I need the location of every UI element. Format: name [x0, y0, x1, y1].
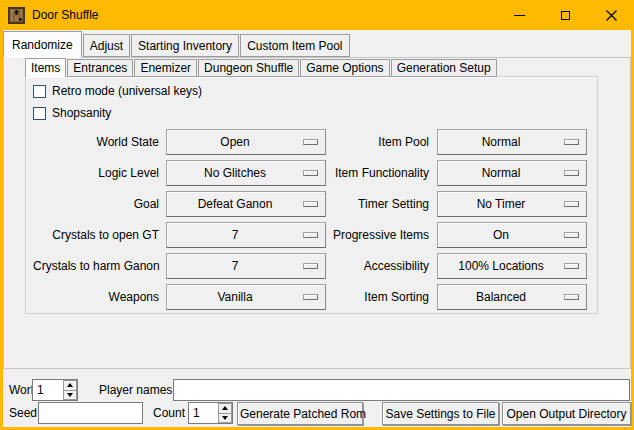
option-row-item-pool: Item Pool Normal	[303, 129, 587, 155]
spin-down-icon[interactable]	[63, 391, 77, 401]
goal-label: Goal	[33, 197, 159, 211]
weapons-dropdown[interactable]: Vanilla	[166, 284, 326, 310]
logic-level-dropdown[interactable]: No Glitches	[166, 160, 326, 186]
tab-starting-inventory[interactable]: Starting Inventory	[131, 34, 239, 57]
retro-mode-checkbox[interactable]	[33, 85, 46, 98]
retro-mode-label: Retro mode (universal keys)	[52, 84, 202, 98]
option-row-logic-level: Logic Level No Glitches	[33, 160, 326, 186]
goal-dropdown[interactable]: Defeat Ganon	[166, 191, 326, 217]
option-row-timer-setting: Timer Setting No Timer	[303, 191, 587, 217]
accessibility-dropdown[interactable]: 100% Locations	[437, 253, 587, 279]
worlds-input[interactable]	[33, 380, 63, 400]
weapons-value: Vanilla	[167, 290, 303, 304]
item-pool-value: Normal	[438, 135, 564, 149]
progressive-items-dropdown[interactable]: On	[437, 222, 587, 248]
tab-custom-item-pool[interactable]: Custom Item Pool	[240, 34, 349, 57]
tab-dungeon-shuffle[interactable]: Dungeon Shuffle	[198, 59, 299, 77]
caption-buttons	[496, 0, 634, 30]
player-names-label: Player names	[99, 379, 172, 401]
client-area: Randomize Adjust Starting Inventory Cust…	[3, 30, 631, 427]
item-sorting-value: Balanced	[438, 290, 564, 304]
progressive-items-label: Progressive Items	[303, 228, 429, 242]
tab-generation-setup[interactable]: Generation Setup	[391, 59, 497, 77]
timer-setting-dropdown[interactable]: No Timer	[437, 191, 587, 217]
option-row-item-functionality: Item Functionality Normal	[303, 160, 587, 186]
tab-items[interactable]: Items	[25, 58, 66, 78]
titlebar: Door Shuffle	[0, 0, 634, 30]
item-functionality-label: Item Functionality	[303, 166, 429, 180]
option-row-goal: Goal Defeat Ganon	[33, 191, 326, 217]
tab-game-options[interactable]: Game Options	[300, 59, 389, 77]
tab-label: Adjust	[90, 39, 123, 53]
world-state-value: Open	[167, 135, 303, 149]
tab-label: Custom Item Pool	[247, 39, 342, 53]
goal-value: Defeat Ganon	[167, 197, 303, 211]
close-button[interactable]	[588, 0, 634, 30]
open-output-directory-button[interactable]: Open Output Directory	[502, 402, 631, 425]
progressive-items-value: On	[438, 228, 564, 242]
maximize-icon	[561, 11, 570, 20]
tab-label: Generation Setup	[397, 61, 491, 75]
tab-label: Items	[31, 61, 60, 75]
player-names-input[interactable]	[173, 379, 630, 401]
save-settings-button[interactable]: Save Settings to File	[382, 402, 499, 425]
tab-enemizer[interactable]: Enemizer	[134, 59, 197, 77]
count-label: Count	[145, 402, 185, 424]
crystals-ganon-dropdown[interactable]: 7	[166, 253, 326, 279]
worlds-spinner	[32, 379, 78, 401]
world-state-label: World State	[33, 135, 159, 149]
count-spinner	[188, 402, 233, 424]
tab-adjust[interactable]: Adjust	[83, 34, 130, 57]
dropdown-indicator-icon	[564, 170, 579, 176]
seed-input[interactable]	[38, 402, 143, 424]
crystals-ganon-label: Crystals to harm Ganon	[33, 259, 159, 273]
item-sorting-dropdown[interactable]: Balanced	[437, 284, 587, 310]
count-input[interactable]	[189, 403, 218, 423]
sub-tab-strip: Items Entrances Enemizer Dungeon Shuffle…	[25, 58, 498, 77]
maximize-button[interactable]	[542, 0, 588, 30]
logic-level-label: Logic Level	[33, 166, 159, 180]
world-state-dropdown[interactable]: Open	[166, 129, 326, 155]
option-row-weapons: Weapons Vanilla	[33, 284, 326, 310]
logic-level-value: No Glitches	[167, 166, 303, 180]
dropdown-indicator-icon	[564, 232, 579, 238]
tab-randomize[interactable]: Randomize	[3, 31, 82, 58]
weapons-label: Weapons	[33, 290, 159, 304]
door-icon	[8, 7, 25, 24]
crystals-gt-label: Crystals to open GT	[33, 228, 159, 242]
spin-up-icon[interactable]	[218, 403, 232, 414]
crystals-gt-dropdown[interactable]: 7	[166, 222, 326, 248]
option-row-crystals-ganon: Crystals to harm Ganon 7	[33, 253, 326, 279]
minimize-icon	[514, 15, 525, 16]
dropdown-indicator-icon	[564, 201, 579, 207]
app-window: Door Shuffle Randomize Adjust Starting I…	[0, 0, 634, 430]
dropdown-indicator-icon	[564, 294, 579, 300]
randomize-pane: Retro mode (universal keys) Shopsanity W…	[3, 57, 631, 369]
accessibility-label: Accessibility	[303, 259, 429, 273]
tab-label: Randomize	[12, 38, 73, 52]
crystals-ganon-value: 7	[167, 259, 303, 273]
option-row-progressive-items: Progressive Items On	[303, 222, 587, 248]
shopsanity-label: Shopsanity	[52, 106, 111, 120]
tab-label: Enemizer	[140, 61, 191, 75]
tab-label: Starting Inventory	[138, 39, 232, 53]
item-functionality-dropdown[interactable]: Normal	[437, 160, 587, 186]
count-spin-buttons	[218, 403, 232, 423]
main-tab-strip: Randomize Adjust Starting Inventory Cust…	[3, 31, 351, 57]
window-title: Door Shuffle	[32, 8, 99, 22]
spin-down-icon[interactable]	[218, 414, 232, 424]
spin-up-icon[interactable]	[63, 380, 77, 391]
tab-label: Game Options	[306, 61, 383, 75]
tab-entrances[interactable]: Entrances	[67, 59, 133, 77]
close-icon	[606, 10, 617, 21]
timer-setting-label: Timer Setting	[303, 197, 429, 211]
shopsanity-row: Shopsanity	[33, 106, 111, 120]
minimize-button[interactable]	[496, 0, 542, 30]
option-row-world-state: World State Open	[33, 129, 326, 155]
tab-label: Dungeon Shuffle	[204, 61, 293, 75]
shopsanity-checkbox[interactable]	[33, 107, 46, 120]
item-pool-dropdown[interactable]: Normal	[437, 129, 587, 155]
accessibility-value: 100% Locations	[438, 259, 564, 273]
generate-patched-rom-button[interactable]: Generate Patched Rom	[237, 402, 363, 425]
option-row-item-sorting: Item Sorting Balanced	[303, 284, 587, 310]
